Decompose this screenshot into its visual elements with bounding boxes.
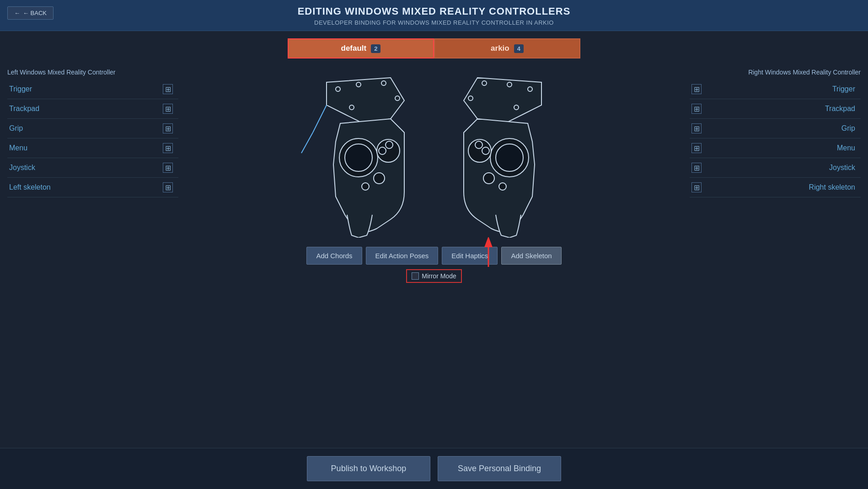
left-trigger-label: Trigger <box>9 85 32 93</box>
right-trigger-label: Trigger <box>832 85 855 93</box>
right-grip-add-icon[interactable]: ⊞ <box>691 123 702 133</box>
svg-point-20 <box>496 144 523 171</box>
center-area: Add Chords Edit Action Poses Edit Haptic… <box>178 64 690 439</box>
tab-arkio-label: arkio <box>491 44 509 53</box>
page-title: EDITING WINDOWS MIXED REALITY CONTROLLER… <box>0 5 868 17</box>
right-trigger-add-icon[interactable]: ⊞ <box>691 84 702 94</box>
mirror-mode-label: Mirror Mode <box>422 272 456 280</box>
svg-line-12 <box>313 105 327 133</box>
edit-action-poses-button[interactable]: Edit Action Poses <box>366 247 439 265</box>
right-skeleton-item[interactable]: Right skeleton ⊞ <box>690 178 861 197</box>
left-menu-item[interactable]: Menu ⊞ <box>7 138 178 158</box>
left-trackpad-label: Trackpad <box>9 105 39 113</box>
save-personal-binding-label: Save Personal Binding <box>458 464 541 473</box>
svg-point-25 <box>499 183 506 190</box>
left-trackpad-add-icon[interactable]: ⊞ <box>163 104 173 114</box>
right-menu-item[interactable]: Menu ⊞ <box>690 138 861 158</box>
left-skeleton-add-icon[interactable]: ⊞ <box>163 182 173 192</box>
publish-workshop-label: Publish to Workshop <box>331 464 407 473</box>
add-chords-button[interactable]: Add Chords <box>306 247 362 265</box>
left-skeleton-item[interactable]: Left skeleton ⊞ <box>7 178 178 197</box>
svg-point-10 <box>374 173 385 184</box>
left-controller-svg <box>299 73 427 238</box>
tab-default-label: default <box>341 44 367 53</box>
left-grip-item[interactable]: Grip ⊞ <box>7 119 178 138</box>
left-menu-label: Menu <box>9 144 27 152</box>
right-menu-add-icon[interactable]: ⊞ <box>691 143 702 153</box>
right-skeleton-add-icon[interactable]: ⊞ <box>691 182 702 192</box>
bottom-bar: Publish to Workshop Save Personal Bindin… <box>0 448 868 489</box>
left-grip-label: Grip <box>9 124 23 133</box>
left-trigger-add-icon[interactable]: ⊞ <box>163 84 173 94</box>
tab-default[interactable]: default 2 <box>288 38 434 58</box>
svg-point-22 <box>482 147 489 154</box>
left-joystick-label: Joystick <box>9 164 35 172</box>
left-menu-add-icon[interactable]: ⊞ <box>163 143 173 153</box>
right-panel: Right Windows Mixed Reality Controller T… <box>690 64 868 439</box>
controllers-display <box>299 73 569 238</box>
tab-arkio[interactable]: arkio 4 <box>434 38 580 58</box>
mirror-mode-row: Mirror Mode <box>406 269 461 283</box>
back-arrow-icon: ← <box>14 10 20 16</box>
right-trackpad-item[interactable]: Trackpad ⊞ <box>690 99 861 119</box>
left-panel: Left Windows Mixed Reality Controller Tr… <box>0 64 178 439</box>
add-skeleton-button[interactable]: Add Skeleton <box>501 247 561 265</box>
right-trackpad-label: Trackpad <box>825 105 855 113</box>
save-personal-binding-button[interactable]: Save Personal Binding <box>438 456 561 481</box>
right-trackpad-add-icon[interactable]: ⊞ <box>691 104 702 114</box>
left-panel-header: Left Windows Mixed Reality Controller <box>7 69 178 76</box>
left-joystick-add-icon[interactable]: ⊞ <box>163 163 173 173</box>
svg-point-9 <box>386 141 393 149</box>
action-buttons: Add Chords Edit Action Poses Edit Haptic… <box>306 247 561 265</box>
right-panel-header: Right Windows Mixed Reality Controller <box>690 69 861 76</box>
svg-point-6 <box>345 144 372 171</box>
right-menu-label: Menu <box>837 144 855 152</box>
tabs-row: default 2 arkio 4 <box>0 31 868 64</box>
header: EDITING WINDOWS MIXED REALITY CONTROLLER… <box>0 0 868 31</box>
tab-arkio-badge: 4 <box>514 44 524 53</box>
mirror-mode-container[interactable]: Mirror Mode <box>406 269 461 283</box>
left-trackpad-item[interactable]: Trackpad ⊞ <box>7 99 178 119</box>
svg-point-11 <box>362 183 369 190</box>
arrow-indicator <box>479 237 498 271</box>
right-joystick-label: Joystick <box>829 164 855 172</box>
left-grip-add-icon[interactable]: ⊞ <box>163 123 173 133</box>
tab-default-badge: 2 <box>371 44 380 53</box>
svg-point-24 <box>483 173 494 184</box>
svg-point-23 <box>475 141 482 149</box>
back-label: ← BACK <box>23 10 47 16</box>
right-grip-item[interactable]: Grip ⊞ <box>690 119 861 138</box>
svg-point-8 <box>379 147 386 154</box>
left-joystick-item[interactable]: Joystick ⊞ <box>7 158 178 178</box>
right-controller-svg <box>441 73 569 238</box>
right-skeleton-label: Right skeleton <box>809 183 855 191</box>
right-grip-label: Grip <box>841 124 855 133</box>
right-trigger-item[interactable]: Trigger ⊞ <box>690 80 861 99</box>
back-button[interactable]: ← ← BACK <box>7 6 54 20</box>
svg-line-13 <box>301 133 313 153</box>
right-joystick-item[interactable]: Joystick ⊞ <box>690 158 861 178</box>
main-content: Left Windows Mixed Reality Controller Tr… <box>0 64 868 439</box>
right-joystick-add-icon[interactable]: ⊞ <box>691 163 702 173</box>
page-subtitle: DEVELOPER BINDING FOR WINDOWS MIXED REAL… <box>0 19 868 26</box>
left-trigger-item[interactable]: Trigger ⊞ <box>7 80 178 99</box>
publish-workshop-button[interactable]: Publish to Workshop <box>307 456 430 481</box>
left-skeleton-label: Left skeleton <box>9 183 51 191</box>
mirror-mode-checkbox[interactable] <box>412 272 419 280</box>
